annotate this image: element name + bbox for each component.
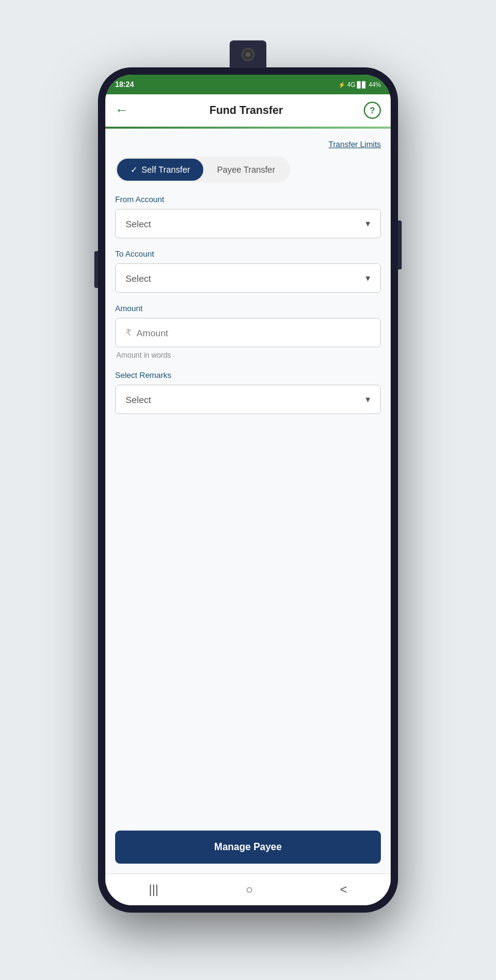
amount-input[interactable] [137, 328, 370, 338]
remarks-label: Select Remarks [115, 371, 381, 380]
from-account-dropdown[interactable]: Select ▾ [115, 209, 381, 238]
top-bar: ← Fund Transfer ? [105, 94, 391, 127]
camera-lens [241, 48, 255, 61]
tab-group: ✓ Self Transfer Payee Transfer [115, 157, 290, 183]
amount-label: Amount [115, 304, 381, 313]
phone-device: 18:24 ⚡ 4G ▊▊ 44% ← Fund Transfer ? Tran… [98, 67, 398, 913]
from-account-value: Select [126, 219, 151, 229]
from-account-label: From Account [115, 195, 381, 204]
checkmark-icon: ✓ [130, 165, 138, 175]
transfer-limits-section: Transfer Limits [115, 138, 381, 149]
rupee-icon: ₹ [126, 327, 132, 338]
to-account-dropdown[interactable]: Select ▾ [115, 263, 381, 293]
remarks-value: Select [126, 394, 151, 405]
status-time: 18:24 [115, 80, 134, 89]
transfer-limits-link[interactable]: Transfer Limits [329, 140, 381, 149]
page-title: Fund Transfer [209, 104, 283, 117]
help-button[interactable]: ? [364, 102, 381, 119]
remarks-dropdown[interactable]: Select ▾ [115, 385, 381, 414]
remarks-section: Select Remarks Select ▾ [115, 371, 381, 425]
nav-bar: ||| ○ < [105, 873, 391, 905]
from-account-section: From Account Select ▾ [115, 195, 381, 249]
tab-self-transfer[interactable]: ✓ Self Transfer [117, 159, 203, 181]
manage-payee-button[interactable]: Manage Payee [115, 831, 381, 864]
status-icons-text: ⚡ 4G ▊▊ 44% [338, 81, 381, 88]
side-button-right [398, 221, 402, 270]
status-bar: 18:24 ⚡ 4G ▊▊ 44% [105, 75, 391, 94]
to-account-section: To Account Select ▾ [115, 249, 381, 304]
content-area: Transfer Limits ✓ Self Transfer Payee Tr… [105, 129, 391, 873]
remarks-chevron-icon: ▾ [366, 394, 370, 405]
back-button[interactable]: ← [115, 102, 129, 118]
amount-section: Amount ₹ Amount in words [115, 304, 381, 371]
to-account-label: To Account [115, 249, 381, 258]
from-account-chevron-icon: ▾ [366, 218, 370, 229]
app-content: ← Fund Transfer ? Transfer Limits ✓ Self… [105, 94, 391, 905]
spacer [115, 425, 381, 824]
status-icons: ⚡ 4G ▊▊ 44% [338, 81, 381, 88]
tab-payee-transfer[interactable]: Payee Transfer [203, 159, 288, 181]
side-button-left [94, 251, 98, 288]
to-account-chevron-icon: ▾ [366, 273, 370, 284]
phone-screen: 18:24 ⚡ 4G ▊▊ 44% ← Fund Transfer ? Tran… [105, 75, 391, 905]
nav-back-icon[interactable]: < [340, 883, 347, 897]
nav-bars-icon[interactable]: ||| [149, 883, 159, 897]
nav-home-icon[interactable]: ○ [246, 883, 253, 897]
popup-camera [230, 40, 266, 68]
to-account-value: Select [126, 273, 151, 284]
amount-in-words-label: Amount in words [115, 351, 381, 360]
amount-input-wrap: ₹ [115, 318, 381, 347]
